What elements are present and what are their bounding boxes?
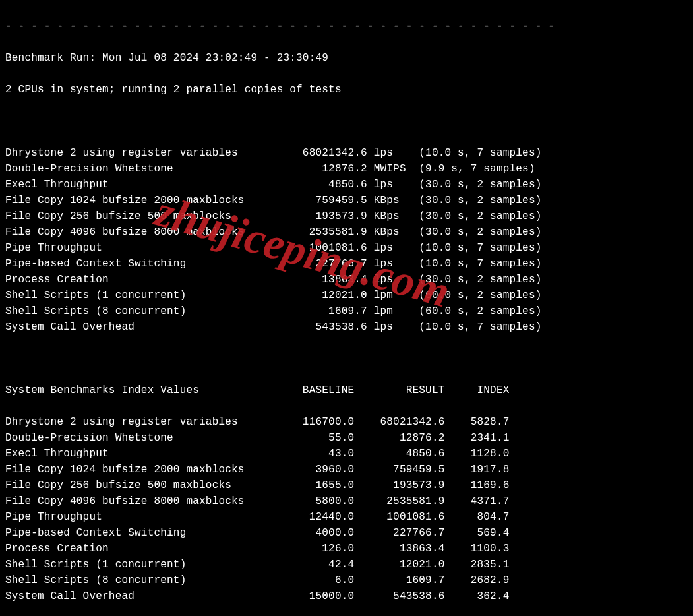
index-row: Shell Scripts (1 concurrent) 42.4 12021.…: [5, 557, 688, 572]
result-row: File Copy 256 bufsize 500 maxblocks 1935…: [5, 208, 688, 224]
result-row: Process Creation 13863.4 lps (30.0 s, 2 …: [5, 272, 688, 288]
index-row: Process Creation 126.0 13863.4 1100.3: [5, 541, 688, 557]
blank-line: [5, 113, 688, 129]
result-row: Shell Scripts (1 concurrent) 12021.0 lpm…: [5, 288, 688, 303]
index-row: System Call Overhead 15000.0 543538.6 36…: [5, 588, 688, 604]
dash-line: - - - - - - - - - - - - - - - - - - - - …: [5, 18, 688, 34]
benchmark-run-line: Benchmark Run: Mon Jul 08 2024 23:02:49 …: [5, 50, 688, 66]
index-row: File Copy 1024 bufsize 2000 maxblocks 39…: [5, 462, 688, 477]
index-block: Dhrystone 2 using register variables 116…: [5, 414, 688, 604]
index-row: Dhrystone 2 using register variables 116…: [5, 414, 688, 430]
result-row: File Copy 4096 bufsize 8000 maxblocks 25…: [5, 224, 688, 240]
index-header-line: System Benchmarks Index Values BASELINE …: [5, 383, 688, 398]
cpu-info-line: 2 CPUs in system; running 2 parallel cop…: [5, 82, 688, 98]
result-row: Dhrystone 2 using register variables 680…: [5, 145, 688, 161]
index-row: Pipe-based Context Switching 4000.0 2277…: [5, 525, 688, 541]
terminal-output: - - - - - - - - - - - - - - - - - - - - …: [0, 0, 693, 616]
result-row: Shell Scripts (8 concurrent) 1609.7 lpm …: [5, 303, 688, 319]
index-row: Shell Scripts (8 concurrent) 6.0 1609.7 …: [5, 572, 688, 588]
index-row: File Copy 4096 bufsize 8000 maxblocks 58…: [5, 493, 688, 509]
result-row: Pipe Throughput 1001081.6 lps (10.0 s, 7…: [5, 240, 688, 256]
result-row: File Copy 1024 bufsize 2000 maxblocks 75…: [5, 193, 688, 208]
index-row: File Copy 256 bufsize 500 maxblocks 1655…: [5, 477, 688, 493]
index-row: Pipe Throughput 12440.0 1001081.6 804.7: [5, 509, 688, 525]
index-row: Execl Throughput 43.0 4850.6 1128.0: [5, 446, 688, 462]
result-row: Execl Throughput 4850.6 lps (30.0 s, 2 s…: [5, 177, 688, 193]
index-row: Double-Precision Whetstone 55.0 12876.2 …: [5, 430, 688, 446]
result-row: Pipe-based Context Switching 227766.7 lp…: [5, 256, 688, 272]
results-block: Dhrystone 2 using register variables 680…: [5, 145, 688, 335]
blank-line: [5, 351, 688, 367]
result-row: System Call Overhead 543538.6 lps (10.0 …: [5, 319, 688, 335]
result-row: Double-Precision Whetstone 12876.2 MWIPS…: [5, 161, 688, 177]
